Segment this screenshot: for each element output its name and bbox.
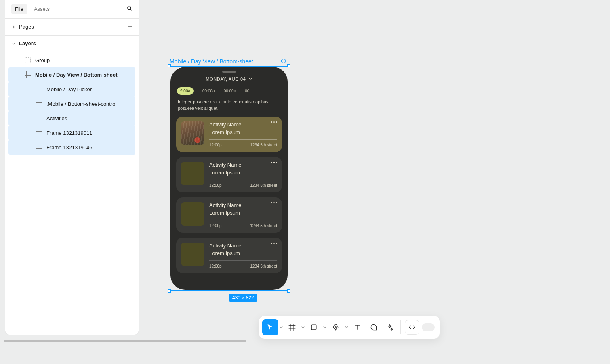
horizontal-scrollbar[interactable] [0, 339, 610, 343]
activity-card: Activity NameLorem Ipsum12:00p1234 5th s… [176, 157, 282, 192]
resize-handle-bl[interactable] [168, 289, 171, 293]
activity-thumbnail [181, 121, 204, 145]
layer-label: Mobile / Day View / Bottom-sheet [35, 72, 117, 78]
selection[interactable]: MONDAY, AUG 04 9:00a 00:00a 00:00a 00 In… [170, 66, 288, 291]
move-tool[interactable] [262, 319, 278, 335]
move-tool-caret[interactable] [278, 326, 284, 329]
chevron-down-icon [11, 42, 17, 45]
resize-handle-tr[interactable] [287, 64, 290, 67]
layer-label: Frame 1321319011 [46, 130, 92, 136]
scrollbar-thumb[interactable] [4, 340, 246, 342]
activity-thumbnail [181, 162, 204, 185]
activity-title: Activity Name [209, 121, 277, 128]
dev-mode-button[interactable] [405, 320, 419, 335]
tab-assets[interactable]: Assets [30, 4, 54, 14]
frame-label-text: Mobile / Day View / Bottom-sheet [170, 58, 280, 65]
tab-file[interactable]: File [11, 4, 27, 14]
activity-address: 1234 5th street [250, 183, 277, 188]
activity-title: Activity Name [209, 243, 277, 249]
activity-card: Activity NameLorem Ipsum12:00p1234 5th s… [176, 117, 282, 152]
divider [209, 220, 277, 220]
svg-line-1 [130, 9, 132, 10]
frame-icon [36, 144, 42, 151]
canvas[interactable]: Mobile / Day View / Bottom-sheet MONDAY,… [139, 0, 610, 364]
activity-thumbnail [181, 202, 204, 226]
search-icon[interactable] [126, 5, 133, 13]
left-panel: File Assets Pages Layers Group 1Mobile /… [5, 0, 139, 335]
time-slot: 00:00a [202, 89, 215, 93]
ai-tool[interactable] [382, 319, 398, 335]
frame-icon [36, 100, 42, 107]
body-text: Integer posuere erat a ante venenatis da… [170, 99, 288, 112]
bottom-sheet-handle [222, 71, 236, 73]
activity-time: 12:00p [209, 264, 222, 268]
floating-toolbar [259, 316, 440, 339]
activity-title: Activity Name [209, 202, 277, 208]
frame-mobile-day-view: MONDAY, AUG 04 9:00a 00:00a 00:00a 00 In… [170, 67, 288, 290]
layer-item[interactable]: Mobile / Day View / Bottom-sheet [8, 67, 135, 82]
more-icon [271, 121, 277, 123]
layer-item[interactable]: .Mobile / Bottom-sheet-control [8, 96, 135, 111]
activity-subtitle: Lorem Ipsum [209, 210, 277, 216]
pages-label: Pages [19, 24, 34, 30]
activity-address: 1234 5th street [250, 224, 277, 228]
svg-point-0 [128, 6, 131, 10]
layer-tree: Group 1Mobile / Day View / Bottom-sheetM… [5, 51, 139, 158]
resize-handle-br[interactable] [287, 289, 290, 293]
dev-mode-toggle[interactable] [422, 323, 435, 331]
shape-tool[interactable] [306, 319, 322, 335]
divider [209, 260, 277, 261]
toolbar-separator [400, 320, 401, 334]
add-page-icon[interactable] [127, 23, 133, 30]
date-label: MONDAY, AUG 04 [206, 77, 246, 82]
activity-list: Activity NameLorem Ipsum12:00p1234 5th s… [170, 117, 288, 273]
layer-item[interactable]: Activities [8, 111, 135, 126]
activity-time: 12:00p [209, 183, 222, 188]
layer-label: .Mobile / Bottom-sheet-control [46, 101, 116, 107]
time-track: 9:00a 00:00a 00:00a 00 [170, 87, 288, 95]
frame-tool[interactable] [284, 319, 300, 335]
layer-label: Group 1 [35, 57, 54, 63]
activity-thumbnail [181, 243, 204, 266]
frame-icon [36, 115, 42, 121]
frame-tool-caret[interactable] [300, 326, 306, 329]
pages-section-header[interactable]: Pages [5, 19, 139, 36]
activity-time: 12:00p [209, 224, 222, 228]
layer-label: Mobile / Day Picker [46, 86, 92, 92]
panel-tabs: File Assets [5, 0, 139, 19]
divider [209, 139, 277, 140]
frame-icon [36, 130, 42, 136]
group-icon [25, 57, 31, 63]
activity-address: 1234 5th street [250, 264, 277, 268]
time-slot: 00 [245, 89, 249, 93]
frame-icon [25, 71, 31, 78]
layers-label: Layers [19, 40, 36, 46]
pen-tool[interactable] [328, 319, 344, 335]
activity-subtitle: Lorem Ipsum [209, 250, 277, 256]
activity-subtitle: Lorem Ipsum [209, 169, 277, 176]
chevron-down-icon [248, 77, 252, 82]
svg-rect-8 [311, 325, 316, 330]
svg-point-9 [335, 327, 337, 328]
shape-tool-caret[interactable] [322, 326, 328, 329]
activity-subtitle: Lorem Ipsum [209, 129, 277, 135]
dimensions-badge: 430 × 822 [229, 294, 257, 302]
divider [209, 180, 277, 180]
date-picker: MONDAY, AUG 04 [170, 77, 288, 82]
text-tool[interactable] [349, 319, 366, 335]
resize-handle-tl[interactable] [168, 64, 171, 67]
layer-item[interactable]: Frame 1321319011 [8, 126, 135, 140]
layer-item[interactable]: Mobile / Day Picker [8, 82, 135, 96]
more-icon [271, 202, 277, 203]
layers-section-header[interactable]: Layers [5, 36, 139, 51]
layer-item[interactable]: Group 1 [8, 53, 135, 67]
frame-label[interactable]: Mobile / Day View / Bottom-sheet [170, 58, 287, 65]
code-icon[interactable] [280, 58, 287, 65]
layer-item[interactable]: Frame 1321319046 [8, 140, 135, 155]
activity-card: Activity NameLorem Ipsum12:00p1234 5th s… [176, 238, 282, 273]
comment-tool[interactable] [366, 319, 382, 335]
time-pill-active: 9:00a [177, 87, 194, 95]
activity-title: Activity Name [209, 162, 277, 168]
pen-tool-caret[interactable] [344, 326, 349, 329]
frame-icon [36, 86, 42, 92]
